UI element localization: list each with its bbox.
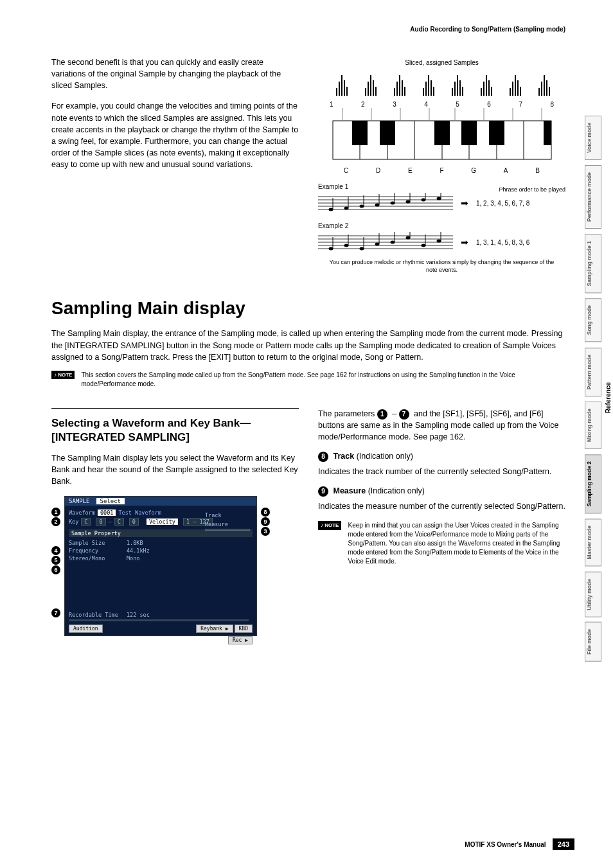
svg-rect-13	[402, 80, 403, 96]
svg-rect-18	[431, 80, 432, 96]
note-label: F	[440, 167, 443, 174]
example1-title: Example 1	[318, 183, 348, 190]
scr-key-val: C	[81, 518, 91, 526]
slice-diagram: Sliced, assigned Samples 1 2 3 4	[318, 57, 565, 274]
intro-para-1: The second benefit is that you can quick…	[51, 57, 299, 91]
svg-point-68	[344, 207, 349, 210]
slice-num: 3	[393, 101, 396, 108]
footer-manual: MOTIF XS Owner's Manual	[465, 841, 546, 848]
svg-rect-11	[396, 82, 398, 96]
tab-utility-mode[interactable]: Utility mode	[585, 572, 601, 617]
svg-rect-33	[517, 80, 519, 96]
svg-rect-22	[457, 75, 458, 96]
tab-sampling-mode-1[interactable]: Sampling mode 1	[585, 234, 601, 293]
svg-rect-21	[454, 82, 456, 96]
scr-key-label: Key	[69, 518, 78, 525]
scr-waveform-num: 0001	[98, 509, 116, 516]
svg-point-95	[437, 240, 441, 243]
svg-rect-28	[488, 80, 490, 96]
scr-key-val: 0	[96, 518, 105, 526]
svg-rect-49	[380, 121, 395, 145]
tab-master-mode[interactable]: Master mode	[585, 518, 601, 566]
scr-prop-label: Stereo/Mono	[69, 555, 127, 562]
tab-mixing-mode[interactable]: Mixing mode	[585, 402, 601, 449]
slice-num: 6	[487, 101, 491, 108]
scr-prop-val: 44.1kHz	[127, 547, 150, 554]
arrow-icon: ➡	[461, 237, 468, 247]
subsection-para: The Sampling Main display lets you selec…	[51, 452, 299, 487]
svg-rect-3	[344, 80, 345, 96]
arrow-icon: ➡	[461, 198, 468, 208]
svg-rect-1	[339, 82, 340, 96]
scr-track-label: Track	[205, 512, 250, 518]
scr-prop-label: Sample Size	[69, 540, 127, 546]
svg-rect-27	[486, 75, 487, 96]
keyboard-graphic	[326, 108, 558, 166]
svg-rect-35	[538, 88, 540, 96]
scr-measure-label: Measure	[205, 521, 250, 527]
phrase-order-label: Phrase order to be played	[499, 186, 565, 193]
tab-pattern-mode[interactable]: Pattern mode	[585, 348, 601, 396]
scr-prop-label: Frequency	[69, 547, 127, 554]
note-icon: NOTE	[318, 521, 341, 529]
svg-point-71	[391, 202, 395, 205]
svg-rect-12	[399, 75, 400, 96]
scr-key-val: –	[109, 518, 112, 525]
tab-song-mode[interactable]: Song mode	[585, 298, 601, 342]
svg-point-70	[375, 204, 380, 207]
slice-num: 5	[456, 101, 459, 108]
svg-rect-0	[336, 88, 337, 96]
param9-name: Measure	[333, 486, 366, 495]
callout-2: 2	[51, 517, 60, 526]
svg-rect-23	[459, 80, 461, 96]
scr-waveform-name: Test Waveform	[118, 509, 161, 516]
svg-point-92	[391, 241, 395, 244]
svg-rect-9	[375, 87, 377, 96]
tab-voice-mode[interactable]: Voice mode	[585, 116, 601, 160]
svg-rect-14	[404, 87, 405, 96]
svg-point-73	[422, 199, 426, 202]
svg-rect-20	[452, 88, 453, 96]
lower-note: Keep in mind that you can assign the Use…	[348, 521, 565, 566]
tab-performance-mode[interactable]: Performance mode	[585, 165, 601, 229]
param8-hint: (Indication only)	[357, 452, 413, 461]
param8-num: 8	[318, 452, 328, 462]
scr-rectime-val: 122 sec	[127, 612, 150, 618]
svg-rect-53	[544, 121, 551, 145]
svg-rect-37	[544, 75, 545, 96]
tab-file-mode[interactable]: File mode	[585, 622, 601, 662]
tab-sampling-mode-2[interactable]: Sampling mode 2	[585, 454, 601, 513]
svg-point-74	[437, 197, 441, 200]
scr-velocity-label: Velocity	[147, 518, 178, 525]
note-label: G	[471, 167, 476, 174]
svg-rect-25	[481, 88, 482, 96]
svg-point-88	[329, 247, 333, 251]
svg-rect-50	[434, 121, 450, 145]
example2-title: Example 2	[318, 222, 565, 229]
callout-5: 5	[51, 556, 60, 565]
svg-rect-52	[489, 121, 504, 145]
callout-7: 7	[51, 608, 60, 617]
svg-rect-26	[483, 82, 484, 96]
slice-num: 1	[330, 101, 333, 108]
callout-1: 1	[51, 508, 60, 517]
note-label: C	[344, 167, 348, 174]
svg-rect-38	[546, 80, 547, 96]
svg-rect-6	[368, 82, 369, 96]
note-label: D	[376, 167, 380, 174]
svg-rect-2	[341, 75, 342, 96]
main-intro: The Sampling Main display, the entrance …	[51, 328, 565, 362]
scr-rectime-label: Recordable Time	[69, 612, 127, 618]
example1-order: 1, 2, 3, 4, 5, 6, 7, 8	[476, 200, 529, 207]
param8-body: Indicates the track number of the curren…	[318, 466, 565, 477]
waveform-slices-graphic	[326, 69, 558, 100]
note-label: E	[408, 167, 413, 174]
scr-btn-audition: Audition	[69, 624, 103, 633]
diagram-caption: You can produce melodic or rhythmic vari…	[318, 259, 565, 274]
svg-rect-32	[515, 75, 516, 96]
callout-3: 3	[261, 527, 270, 536]
svg-rect-24	[462, 87, 463, 96]
callout-8: 8	[261, 508, 270, 517]
svg-rect-29	[491, 87, 492, 96]
callout-4: 4	[51, 546, 60, 555]
